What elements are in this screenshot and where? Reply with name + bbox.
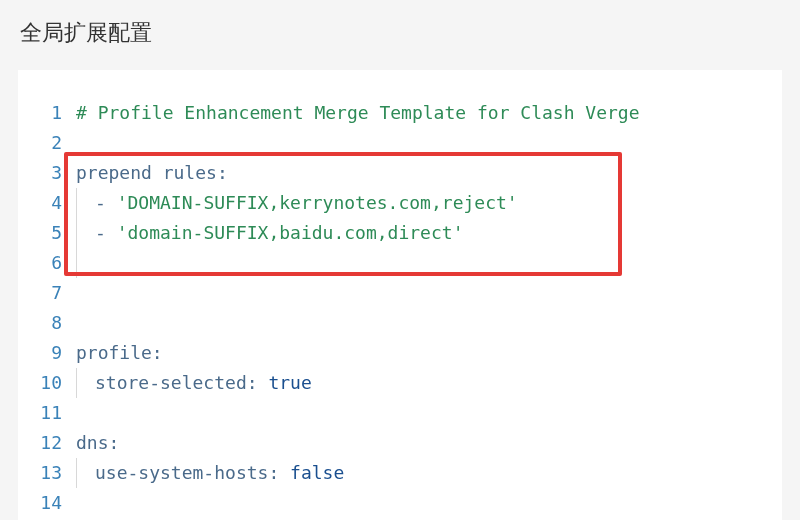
line-number: 13 [18, 458, 62, 488]
indent-guide [76, 218, 77, 248]
token: true [268, 368, 311, 398]
code-line[interactable]: dns: [76, 428, 782, 458]
token: 'DOMAIN-SUFFIX,kerrynotes.com,reject' [117, 188, 518, 218]
line-number: 6 [18, 248, 62, 278]
code-line[interactable] [76, 278, 782, 308]
token: prepend rules [76, 158, 217, 188]
line-number: 3 [18, 158, 62, 188]
line-number: 8 [18, 308, 62, 338]
token: use-system-hosts [95, 458, 268, 488]
code-line[interactable]: store-selected: true [76, 368, 782, 398]
page-title: 全局扩展配置 [0, 0, 800, 70]
token: store-selected [95, 368, 247, 398]
token: - [95, 218, 117, 248]
code-editor[interactable]: 123456789101112131415 # Profile Enhancem… [18, 70, 782, 520]
code-line[interactable] [76, 488, 782, 518]
indent-guide [76, 368, 77, 398]
code-lines[interactable]: # Profile Enhancement Merge Template for… [76, 98, 782, 520]
code-line[interactable]: - 'domain-SUFFIX,baidu.com,direct' [76, 218, 782, 248]
code-line[interactable] [76, 398, 782, 428]
line-number: 1 [18, 98, 62, 128]
code-line[interactable] [76, 248, 782, 278]
code-line[interactable]: use-system-hosts: false [76, 458, 782, 488]
line-number: 5 [18, 218, 62, 248]
code-line[interactable]: profile: [76, 338, 782, 368]
token: profile [76, 338, 152, 368]
token: : [109, 428, 120, 458]
token: # Profile Enhancement Merge Template for… [76, 98, 640, 128]
code-line[interactable]: prepend rules: [76, 158, 782, 188]
token: : [152, 338, 163, 368]
token: - [95, 188, 117, 218]
line-number: 9 [18, 338, 62, 368]
line-number: 2 [18, 128, 62, 158]
token: : [268, 458, 290, 488]
indent-guide [76, 188, 77, 218]
line-number: 14 [18, 488, 62, 518]
token: : [217, 158, 228, 188]
indent-guide [76, 458, 77, 488]
code-line[interactable]: # Profile Enhancement Merge Template for… [76, 98, 782, 128]
code-line[interactable] [76, 308, 782, 338]
code-line[interactable] [76, 128, 782, 158]
line-number: 7 [18, 278, 62, 308]
indent-guide [76, 248, 77, 278]
token: 'domain-SUFFIX,baidu.com,direct' [117, 218, 464, 248]
line-number: 4 [18, 188, 62, 218]
line-number: 11 [18, 398, 62, 428]
token: : [247, 368, 269, 398]
token: dns [76, 428, 109, 458]
code-line[interactable]: - 'DOMAIN-SUFFIX,kerrynotes.com,reject' [76, 188, 782, 218]
token: false [290, 458, 344, 488]
gutter: 123456789101112131415 [18, 98, 76, 520]
line-number: 10 [18, 368, 62, 398]
line-number: 12 [18, 428, 62, 458]
